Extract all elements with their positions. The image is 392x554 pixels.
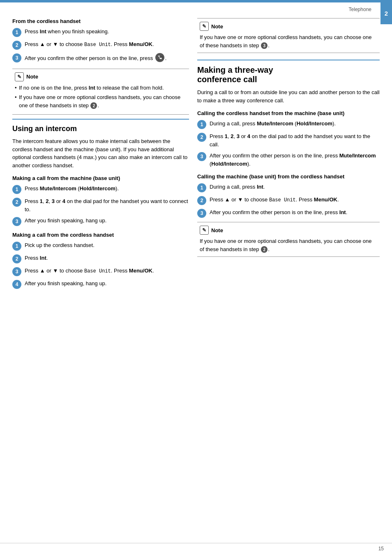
note-text-bottom: If you have one or more optional cordles… [200,237,377,253]
step-handset2-num-3: 3 [197,209,206,218]
step-from-cordless-1: 1 Press Int when you finish speaking. [12,28,189,37]
step-base-3: 3 After you finish speaking, hang up. [12,217,189,226]
note-icon-1 [15,72,24,81]
note-label-top: Note [211,23,223,30]
note-header-1: Note [15,72,187,81]
page-number: 15 [378,546,384,552]
bottom-bar: 15 [0,543,392,554]
step-base-text-3: After you finish speaking, hang up. [25,217,189,225]
conference-body: During a call to or from an outside line… [197,88,380,104]
page-tab: 2 [380,2,392,24]
step-handset-4: 4 After you finish speaking, hang up. [12,279,189,289]
step-handset-2: 2 Press Int. [12,254,189,263]
intercom-title: Using an intercom [12,123,189,133]
step-from-cordless-3: 3 After you confirm the other person is … [12,53,189,65]
step-base-text-1: Press Mute/Intercom (Hold/Intercom). [25,185,189,193]
note-label-bottom: Note [211,227,223,233]
step-machine-num-3: 3 [197,152,206,161]
step-machine-1: 1 During a call, press Mute/Intercom (Ho… [197,120,380,129]
step-handset-text-3: Press ▲ or ▼ to choose Base Unit. Press … [25,267,189,275]
step-handset-num-4: 4 [12,280,21,289]
conference-title: Making a three-wayconference call [197,64,380,84]
step-handset2-text-2: Press ▲ or ▼ to choose Base Unit. Press … [210,196,380,204]
conference-divider [197,60,380,60]
step-handset-1: 1 Pick up the cordless handset. [12,241,189,251]
step-handset2-2: 2 Press ▲ or ▼ to choose Base Unit. Pres… [197,196,380,205]
step-handset2-text-3: After you confirm the other person is on… [210,208,380,217]
step-handset-text-1: Pick up the cordless handset. [25,241,189,249]
ref-circle-2: 2 [90,102,97,109]
step-handset-3: 3 Press ▲ or ▼ to choose Base Unit. Pres… [12,267,189,276]
main-content: From the cordless handset 1 Press Int wh… [0,14,392,300]
intercom-body: The intercom feature allows you to make … [12,137,189,169]
step-machine-3: 3 After you confirm the other person is … [197,152,380,168]
calling-from-machine-heading: Calling the cordless handset from the ma… [197,110,380,116]
step-handset-text-2: Press Int. [25,254,189,262]
step-base-2: 2 Press 1, 2, 3 or 4 on the dial pad for… [12,197,189,213]
note-icon-bottom [200,226,209,235]
note-box-bottom: Note If you have one or more optional co… [197,222,380,257]
note-text-top: If you have one or more optional cordles… [200,33,377,49]
phone-icon: 📞 [155,53,164,65]
step-machine-num-1: 1 [197,120,206,129]
step-handset2-3: 3 After you confirm the other person is … [197,208,380,218]
step-handset2-text-1: During a call, press Int. [210,183,380,191]
step-handset-text-4: After you finish speaking, hang up. [25,279,189,288]
step-from-cordless-2: 2 Press ▲ or ▼ to choose Base Unit. Pres… [12,40,189,50]
step-machine-text-1: During a call, press Mute/Intercom (Hold… [210,120,380,128]
step-handset-num-2: 2 [12,254,21,263]
step-handset2-1: 1 During a call, press Int. [197,183,380,192]
step-base-num-1: 1 [12,185,21,194]
from-cordless-heading: From the cordless handset [12,18,189,24]
ref-circle-3: 3 [261,42,267,49]
step-machine-text-3: After you confirm the other person is on… [210,152,380,168]
step-base-num-2: 2 [12,198,21,207]
step-text-3: After you confirm the other person is on… [25,53,189,65]
note-header-top: Note [200,22,377,31]
step-text-1: Press Int when you finish speaking. [25,28,189,36]
step-handset-num-1: 1 [12,242,21,251]
calling-from-handset-heading: Calling the machine (base unit) from the… [197,173,380,180]
section-label: Telephone [349,7,371,12]
note-label-1: Note [26,74,38,80]
note-box-top: Note If you have one or more optional co… [197,18,380,53]
making-call-handset-heading: Making a call from the cordless handset [12,232,189,238]
step-number-2: 2 [12,41,21,50]
step-number-3: 3 [12,53,21,62]
ref-circle-bottom-2: 2 [261,246,267,253]
step-handset-num-3: 3 [12,267,21,276]
note-header-bottom: Note [200,226,377,235]
note-item-1b: If you have one or more optional cordles… [15,93,187,109]
step-machine-text-2: Press 1, 2, 3 or 4 on the dial pad to ad… [210,132,380,148]
page-header: Telephone [0,2,392,14]
left-column: From the cordless handset 1 Press Int wh… [12,18,189,292]
step-handset2-num-1: 1 [197,183,206,192]
note-icon-top [200,22,209,31]
step-text-2: Press ▲ or ▼ to choose Base Unit. Press … [25,40,189,48]
step-base-text-2: Press 1, 2, 3 or 4 on the dial pad for t… [25,197,189,213]
right-column: Note If you have one or more optional co… [197,18,380,292]
step-handset2-num-2: 2 [197,196,206,205]
step-machine-2: 2 Press 1, 2, 3 or 4 on the dial pad to … [197,132,380,148]
step-number-1: 1 [12,28,21,37]
note-item-1a: If no one is on the line, press Int to r… [15,84,187,92]
intercom-divider [12,119,189,120]
step-base-num-3: 3 [12,217,21,226]
step-machine-num-2: 2 [197,133,206,142]
making-call-base-heading: Making a call from the machine (base uni… [12,175,189,181]
note-box-1: Note If no one is on the line, press Int… [12,69,189,115]
step-base-1: 1 Press Mute/Intercom (Hold/Intercom). [12,185,189,194]
